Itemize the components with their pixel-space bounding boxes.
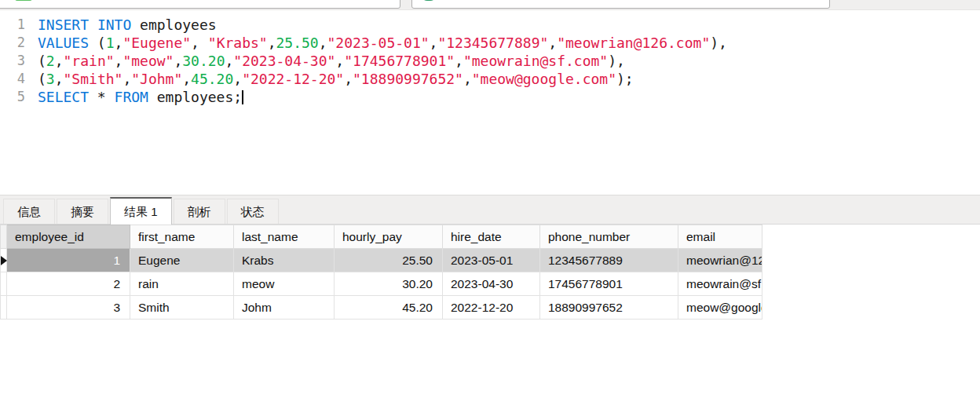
code-token: 1 [106,35,115,51]
tab-result-1[interactable]: 结果 1 [110,197,172,225]
code-token: , [122,71,131,87]
column-header-hire-date[interactable]: hire_date [443,225,540,249]
cell-last_name[interactable]: meow [234,272,335,296]
code-token: , [268,35,276,51]
code-token: , [191,35,208,51]
code-text: SELECT * FROM employees; [38,88,243,106]
code-line: 4 (3,"Smith","Johm",45.20,"2022-12-20","… [0,70,980,88]
table-row: 2rainmeow30.202023-04-3017456778901meowr… [1,272,762,296]
code-line: 1 INSERT INTO employees [0,16,980,34]
cell-hire_date[interactable]: 2023-04-30 [443,272,540,296]
code-token: , [335,53,344,69]
header-row: employee_id first_name last_name hourly_… [1,225,762,249]
column-header-phone-number[interactable]: phone_number [540,225,678,249]
cell-last_name[interactable]: Krabs [234,249,335,272]
code-token: employees; [148,89,242,105]
tab-profile[interactable]: 剖析 [174,199,225,224]
code-text: (3,"Smith","Johm",45.20,"2022-12-20","18… [38,70,634,88]
code-token: , [233,71,242,87]
cell-employee_id[interactable]: 2 [7,272,130,296]
cell-phone_number[interactable]: 12345677889 [540,249,678,272]
cell-first_name[interactable]: Eugene [130,249,234,272]
result-tabbar: 信息 摘要 结果 1 剖析 状态 [0,195,980,225]
tab-status[interactable]: 状态 [227,199,279,224]
code-token: , [430,35,438,51]
code-token: employees [131,16,216,33]
code-line: 3 (2,"rain","meow",30.20,"2023-04-30","1… [0,52,980,70]
cell-first_name[interactable]: rain [130,272,234,296]
column-header-first-name[interactable]: first_name [130,225,234,249]
code-token: , [344,71,353,87]
green-database-icon [421,0,437,1]
code-token: "18890997652" [353,71,463,87]
row-selector-gutter[interactable] [1,249,7,272]
code-token: , [115,35,123,51]
code-token: INSERT [38,16,89,33]
cell-email[interactable]: meowrain@sf.com [678,272,762,296]
code-text: (2,"rain","meow",30.20,"2023-04-30","174… [38,52,625,70]
code-token: 25.50 [276,35,319,51]
code-token: 3 [46,71,55,87]
cell-email[interactable]: meow@google.com [678,296,762,320]
code-token: "Eugene" [122,35,191,51]
tab-info[interactable]: 信息 [3,199,55,224]
database-combobox[interactable] [411,0,830,9]
column-header-email[interactable]: email [678,225,762,249]
cell-employee_id[interactable]: 3 [7,296,130,320]
code-token: , [182,71,191,87]
cell-hire_date[interactable]: 2023-05-01 [443,249,540,272]
line-number: 4 [0,70,38,88]
connection-combobox[interactable] [0,0,400,9]
column-header-hourly-pay[interactable]: hourly_pay [335,225,443,249]
code-token: , [225,53,233,69]
line-number: 1 [0,16,38,34]
cell-hourly_pay[interactable]: 25.50 [335,249,443,272]
code-token: SELECT [38,89,89,105]
code-token: "2023-05-01" [327,35,430,51]
code-token: , [55,71,64,87]
row-selector-gutter[interactable] [1,272,7,296]
code-token: ( [89,35,106,51]
row-selector-gutter[interactable] [1,296,7,320]
code-token: FROM [115,89,148,105]
cell-employee_id[interactable]: 1 [7,249,130,272]
code-token: "Krabs" [208,35,268,51]
code-token: , [55,53,64,69]
cell-hourly_pay[interactable]: 45.20 [335,296,443,320]
column-header-last-name[interactable]: last_name [234,225,335,249]
cell-hourly_pay[interactable]: 30.20 [335,272,443,296]
code-token: , [455,53,463,69]
code-token: ), [710,35,727,51]
code-token: 2 [46,53,55,69]
result-grid-area: employee_id first_name last_name hourly_… [0,225,980,320]
code-line: 5 SELECT * FROM employees; [0,88,980,106]
header-gutter[interactable] [1,225,7,249]
code-text: INSERT INTO employees [38,16,217,34]
cell-hire_date[interactable]: 2022-12-20 [443,296,540,320]
cell-phone_number[interactable]: 17456778901 [540,272,678,296]
table-row: 3SmithJohm45.202022-12-2018890997652meow… [1,296,762,320]
cell-last_name[interactable]: Johm [234,296,335,320]
code-token: INTO [97,16,131,33]
code-token: "Johm" [131,71,182,87]
code-token: , [115,53,123,69]
code-token: 30.20 [182,53,225,69]
code-token [89,16,97,33]
code-token: , [548,35,557,51]
code-token: * [89,89,115,105]
code-token: , [463,71,472,87]
line-number: 2 [0,34,38,52]
code-token: ), [608,53,625,69]
column-header-employee-id[interactable]: employee_id [7,225,130,249]
cell-email[interactable]: meowrian@126.com [678,249,762,272]
sql-editor[interactable]: 1 INSERT INTO employees 2 VALUES (1,"Eug… [0,10,980,195]
green-connection-icon [15,0,32,1]
tab-summary[interactable]: 摘要 [57,199,108,224]
code-token: "meowrian@126.com" [557,35,710,51]
code-token: "Smith" [64,71,123,87]
code-token: , [319,35,327,51]
code-token: ); [616,71,634,87]
code-token: "meow@google.com" [472,71,616,87]
cell-first_name[interactable]: Smith [130,296,234,320]
cell-phone_number[interactable]: 18890997652 [540,296,678,320]
